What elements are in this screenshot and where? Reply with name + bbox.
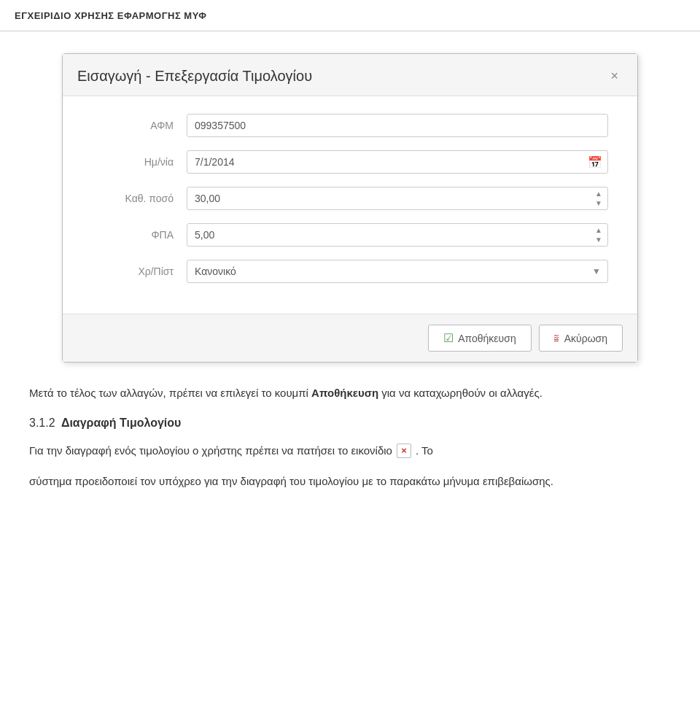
section-title: Διαγραφή Τιμολογίου (61, 417, 181, 429)
amount-spinner: ▲ ▼ (592, 190, 605, 208)
header-title: ΕΓΧΕΙΡΙΔΙΟ ΧΡΗΣΗΣ ΕΦΑΡΜΟΓΗΣ ΜΥΦ (15, 10, 207, 21)
amount-input-wrap: ▲ ▼ (187, 187, 608, 210)
afm-input[interactable] (187, 114, 608, 137)
save-check-icon: ☑ (443, 331, 454, 345)
form-row-amount: Καθ. ποσό ▲ ▼ (92, 187, 608, 210)
label-date: Ημ/νία (92, 156, 187, 168)
dialog-title: Εισαγωγή - Επεξεργασία Τιμολογίου (77, 68, 312, 85)
amount-input[interactable] (187, 187, 608, 210)
date-input-wrap: 📅 (187, 150, 608, 174)
afm-input-wrap (187, 114, 608, 137)
type-input-wrap: Κανονικό ▼ (187, 260, 608, 283)
dialog-header: Εισαγωγή - Επεξεργασία Τιμολογίου × (63, 54, 637, 96)
vat-spinner-up[interactable]: ▲ (592, 226, 605, 235)
dialog: Εισαγωγή - Επεξεργασία Τιμολογίου × ΑΦΜ … (62, 53, 638, 363)
page-content: Εισαγωγή - Επεξεργασία Τιμολογίου × ΑΦΜ … (0, 46, 700, 519)
body-paragraph-1: Μετά το τέλος των αλλαγών, πρέπει να επι… (29, 384, 671, 402)
dialog-close-button[interactable]: × (606, 67, 623, 85)
section-heading-312: 3.1.2 Διαγραφή Τιμολογίου (29, 417, 671, 430)
amount-spinner-up[interactable]: ▲ (592, 190, 605, 198)
type-select[interactable]: Κανονικό (187, 260, 608, 283)
vat-input-wrap: ▲ ▼ (187, 223, 608, 247)
save-button[interactable]: ☑ Αποθήκευση (428, 325, 531, 352)
page-header: ΕΓΧΕΙΡΙΔΙΟ ΧΡΗΣΗΣ ΕΦΑΡΜΟΓΗΣ ΜΥΦ (0, 0, 700, 31)
paragraph2-after: . Το (416, 441, 433, 460)
section-number: 3.1.2 (29, 417, 55, 429)
date-input[interactable] (187, 150, 608, 174)
label-vat: ΦΠΑ (92, 229, 187, 241)
body-paragraph-3: σύστημα προειδοποιεί τον υπόχρεο για την… (29, 472, 671, 491)
form-row-date: Ημ/νία 📅 (92, 150, 608, 174)
label-amount: Καθ. ποσό (92, 193, 187, 204)
dialog-footer: ☑ Αποθήκευση ⩰ Ακύρωση (63, 314, 637, 362)
vat-spinner-down[interactable]: ▼ (592, 236, 605, 244)
paragraph1-text: Μετά το τέλος των αλλαγών, πρέπει να επι… (29, 387, 311, 399)
paragraph3-text: σύστημα προειδοποιεί τον υπόχρεο για την… (29, 475, 553, 487)
paragraph1-bold: Αποθήκευση (311, 387, 378, 399)
body-paragraph-2: Για την διαγραφή ενός τιμολογίου ο χρήστ… (29, 441, 671, 460)
paragraph2-before: Για την διαγραφή ενός τιμολογίου ο χρήστ… (29, 441, 392, 460)
amount-spinner-down[interactable]: ▼ (592, 199, 605, 208)
vat-spinner: ▲ ▼ (592, 226, 605, 244)
cancel-button[interactable]: ⩰ Ακύρωση (539, 325, 623, 352)
form-row-vat: ΦΠΑ ▲ ▼ (92, 223, 608, 247)
label-afm: ΑΦΜ (92, 120, 187, 131)
cancel-button-label: Ακύρωση (564, 333, 607, 344)
vat-input[interactable] (187, 223, 608, 247)
paragraph1-rest: για να καταχωρηθούν οι αλλαγές. (378, 387, 542, 399)
dialog-body: ΑΦΜ Ημ/νία 📅 Καθ. ποσό ▲ (63, 96, 637, 314)
form-row-type: Χρ/Πίστ Κανονικό ▼ (92, 260, 608, 283)
save-button-label: Αποθήκευση (458, 333, 516, 344)
form-row-afm: ΑΦΜ (92, 114, 608, 137)
label-type: Χρ/Πίστ (92, 266, 187, 277)
cancel-x-icon: ⩰ (554, 332, 560, 345)
type-select-wrap: Κανονικό ▼ (187, 260, 608, 283)
inline-delete-icon: × (397, 444, 411, 458)
